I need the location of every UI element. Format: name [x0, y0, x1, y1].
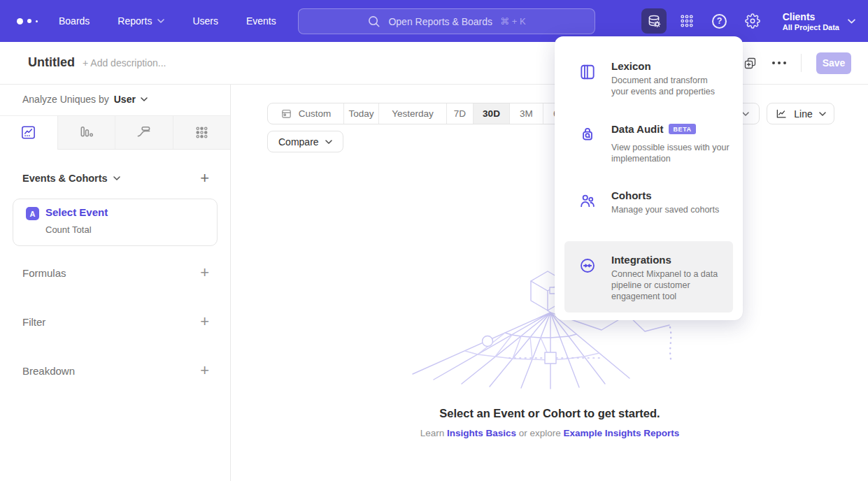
- chart-type-button[interactable]: Line: [767, 103, 834, 124]
- compare-button[interactable]: Compare: [267, 131, 343, 152]
- formulas-label: Formulas: [22, 267, 66, 279]
- add-breakdown-button[interactable]: +: [200, 364, 209, 378]
- analyze-uniques-dropdown[interactable]: Analyze Uniques by User: [22, 94, 148, 105]
- help-icon: ?: [712, 14, 727, 29]
- beta-badge: BETA: [669, 124, 695, 134]
- formulas-section: Formulas +: [22, 264, 209, 281]
- apps-grid-button[interactable]: [674, 8, 699, 34]
- analyze-label: Analyze Uniques by: [22, 94, 109, 105]
- analyze-value: User: [114, 94, 136, 105]
- global-search-input[interactable]: Open Reports & Boards ⌘ + K: [298, 8, 595, 34]
- query-builder-sidebar: Analyze Uniques by User: [0, 85, 231, 481]
- tab-metrics[interactable]: [173, 116, 231, 150]
- data-audit-icon: [578, 126, 597, 144]
- range-30d[interactable]: 30D: [473, 103, 509, 124]
- range-7d[interactable]: 7D: [446, 103, 473, 124]
- database-gear-icon: [646, 13, 662, 29]
- nav-item-events[interactable]: Events: [246, 15, 276, 27]
- calendar-icon: [280, 108, 292, 120]
- ellipsis-icon: [772, 62, 786, 64]
- project-scope: All Project Data: [783, 23, 839, 31]
- event-row-a[interactable]: A Select Event Count Total: [13, 199, 218, 246]
- tab-flows[interactable]: [115, 116, 173, 150]
- bar-chart-tab-icon: [78, 124, 94, 141]
- chevron-down-icon: [141, 97, 148, 101]
- divider: [801, 54, 802, 72]
- chevron-down-icon: [819, 112, 826, 116]
- line-chart-tab-icon: [20, 124, 36, 141]
- menu-item-data-audit[interactable]: Data AuditBETA View possible issues with…: [578, 123, 736, 165]
- nav-item-reports[interactable]: Reports: [118, 15, 164, 27]
- more-options-button[interactable]: [772, 62, 786, 64]
- chevron-down-icon: [742, 112, 749, 116]
- copy-icon: [743, 56, 757, 71]
- range-custom[interactable]: Custom: [268, 103, 343, 124]
- help-button[interactable]: ?: [707, 8, 732, 34]
- report-canvas: Custom Today Yesterday 7D 30D 3M 6M Comp…: [232, 85, 868, 481]
- search-placeholder: Open Reports & Boards: [388, 16, 492, 27]
- breakdown-section: Breakdown +: [22, 362, 209, 379]
- select-event-label: Select Event: [45, 206, 108, 218]
- menu-item-cohorts[interactable]: Cohorts Manage your saved cohorts: [578, 189, 736, 216]
- range-3m[interactable]: 3M: [509, 103, 543, 124]
- chevron-down-icon: [325, 140, 332, 144]
- integrations-icon: [578, 257, 597, 275]
- chevron-down-icon: [113, 176, 120, 180]
- count-total-dropdown: Count Total: [45, 224, 92, 235]
- mixpanel-logo: [17, 0, 38, 42]
- project-switcher[interactable]: Clients All Project Data: [783, 10, 855, 31]
- mixpanel-insights-screen: Boards Reports Users Events Open Reports…: [0, 0, 868, 481]
- cohorts-icon: [578, 192, 597, 210]
- add-formula-button[interactable]: +: [200, 266, 209, 280]
- navbar-actions: ? Clients All Project Data: [641, 0, 855, 42]
- series-badge: A: [26, 207, 39, 220]
- range-yesterday[interactable]: Yesterday: [378, 103, 446, 124]
- save-button[interactable]: Save: [816, 52, 851, 74]
- metrics-tab-icon: [194, 124, 210, 141]
- duplicate-button[interactable]: [743, 56, 757, 71]
- tab-line-chart[interactable]: [0, 116, 57, 150]
- chevron-down-icon: [848, 19, 855, 24]
- line-chart-icon: [775, 108, 788, 120]
- range-today[interactable]: Today: [343, 103, 378, 124]
- lexicon-icon: [578, 63, 597, 81]
- tab-bar-chart[interactable]: [57, 116, 115, 150]
- search-icon: [367, 15, 380, 28]
- empty-state-title: Select an Event or Cohort to get started…: [232, 407, 868, 420]
- example-reports-link[interactable]: Example Insights Reports: [564, 428, 680, 438]
- events-cohorts-dropdown[interactable]: Events & Cohorts: [22, 173, 120, 184]
- menu-item-integrations[interactable]: Integrations Connect Mixpanel to a data …: [578, 254, 736, 302]
- add-filter-button[interactable]: +: [200, 315, 209, 329]
- settings-button[interactable]: [740, 8, 765, 34]
- data-management-menu: Lexicon Document and transform your even…: [555, 36, 743, 320]
- add-event-button[interactable]: +: [200, 171, 209, 185]
- filter-label: Filter: [22, 316, 45, 328]
- report-actions: Save: [743, 42, 851, 84]
- search-shortcut: ⌘ + K: [500, 16, 526, 27]
- gear-icon: [745, 13, 760, 29]
- grid-dots-icon: [679, 13, 695, 29]
- data-management-button[interactable]: [641, 8, 667, 34]
- insights-basics-link[interactable]: Insights Basics: [447, 428, 516, 438]
- menu-item-lexicon[interactable]: Lexicon Document and transform your even…: [578, 60, 736, 98]
- empty-state-links: Learn Insights Basics or explore Example…: [232, 428, 868, 438]
- nav-item-users[interactable]: Users: [192, 15, 218, 27]
- breakdown-label: Breakdown: [22, 365, 75, 377]
- project-name: Clients: [783, 10, 839, 23]
- report-title[interactable]: Untitled: [28, 55, 75, 70]
- report-description-placeholder[interactable]: + Add description...: [83, 57, 166, 69]
- nav-item-boards[interactable]: Boards: [59, 15, 90, 27]
- chart-type-tabs: [0, 115, 230, 150]
- primary-nav: Boards Reports Users Events: [59, 0, 276, 42]
- top-navbar: Boards Reports Users Events Open Reports…: [0, 0, 868, 42]
- events-cohorts-header: Events & Cohorts +: [22, 171, 209, 185]
- filter-section: Filter +: [22, 313, 209, 330]
- chevron-down-icon: [157, 19, 164, 23]
- flows-tab-icon: [136, 124, 152, 141]
